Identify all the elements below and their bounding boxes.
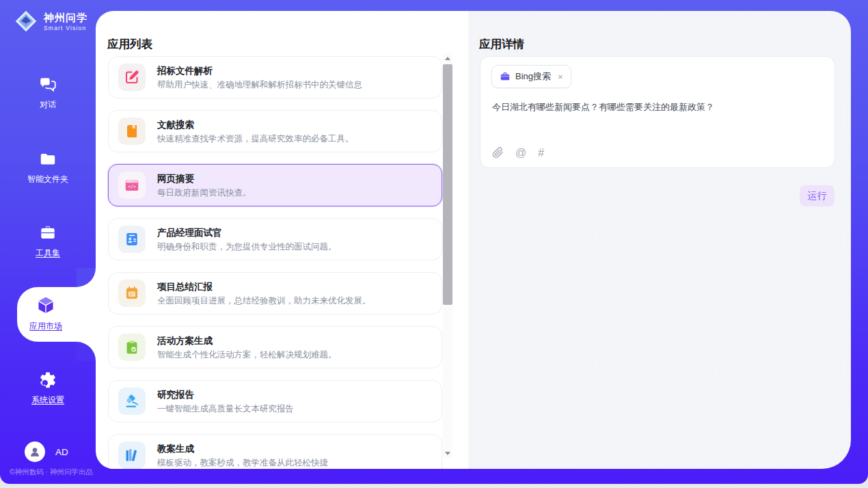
app-card-list: 招标文件解析 帮助用户快速、准确地理解和解析招标书中的关键信息 文献搜索 快速精… — [108, 56, 442, 469]
briefcase-icon — [500, 71, 511, 82]
sidebar-item-settings[interactable]: 系统设置 — [0, 370, 96, 406]
tab-curve-bottom — [77, 342, 96, 361]
sidebar-item-label: 对话 — [0, 99, 96, 111]
sidebar-item-toolset[interactable]: 工具集 — [0, 223, 96, 259]
app-card-project-summary[interactable]: 项目总结汇报 全面回顾项目进展，总结经验教训，助力未来优化发展。 — [108, 272, 442, 314]
copyright-footer: ©神州数码 · 神州问学出品 — [0, 467, 103, 477]
sidebar-item-label: 智能文件夹 — [0, 174, 96, 185]
editor-toolbar: @ # — [492, 147, 544, 159]
app-name: 产品经理面试官 — [157, 227, 337, 239]
app-list-title: 应用列表 — [107, 37, 152, 52]
interview-doc-icon — [118, 226, 146, 253]
sidebar-item-label: 应用市场 — [17, 321, 74, 332]
app-desc: 全面回顾项目进展，总结经验教训，助力未来优化发展。 — [157, 295, 371, 306]
sidebar-item-app-market[interactable]: 应用市场 — [17, 287, 96, 342]
app-card-research-report[interactable]: 研究报告 一键智能生成高质量长文本研究报告 — [108, 380, 442, 422]
app-card-bid-analysis[interactable]: 招标文件解析 帮助用户快速、准确地理解和解析招标书中的关键信息 — [108, 56, 442, 98]
svg-text:</>: </> — [128, 184, 136, 189]
app-desc: 一键智能生成高质量长文本研究报告 — [157, 403, 294, 414]
app-name: 活动方案生成 — [157, 335, 337, 347]
query-text[interactable]: 今日湖北有哪些新闻要点？有哪些需要关注的最新政策？ — [492, 101, 822, 113]
app-card-literature-search[interactable]: 文献搜索 快速精准查找学术资源，提高研究效率的必备工具。 — [108, 110, 442, 152]
folder-icon — [38, 150, 57, 169]
note-icon — [118, 280, 146, 307]
app-card-event-plan[interactable]: 活动方案生成 智能生成个性化活动方案，轻松解决规划难题。 — [108, 326, 442, 368]
brand-logo: 神州问学 Smart Vision — [14, 9, 87, 33]
hash-icon[interactable]: # — [538, 147, 544, 159]
clipboard-check-icon — [118, 334, 146, 361]
toolbox-icon — [38, 223, 57, 243]
close-icon[interactable]: × — [558, 72, 563, 82]
app-card-pm-interviewer[interactable]: 产品经理面试官 明确身份和职责，为您提供专业性的面试问题。 — [108, 218, 442, 260]
app-name: 项目总结汇报 — [157, 281, 371, 293]
app-desc: 每日政府新闻资讯快查。 — [157, 187, 252, 198]
app-desc: 明确身份和职责，为您提供专业性的面试问题。 — [157, 241, 337, 252]
app-window: 神州问学 Smart Vision 对话 智能文件夹 工具集 — [0, 0, 868, 484]
app-card-lesson-plan[interactable]: 教案生成 模板驱动，教案秒成，教学准备从此轻松快捷 — [108, 434, 442, 469]
app-name: 招标文件解析 — [157, 65, 362, 77]
cube-icon — [36, 295, 56, 316]
scrollbar[interactable] — [443, 53, 452, 458]
app-list-panel: 应用列表 招标文件解析 帮助用户快速、准确地理解和解析招标书中的关键信息 — [96, 11, 468, 469]
app-desc: 模板驱动，教案秒成，教学准备从此轻松快捷 — [157, 457, 328, 468]
content-area: 应用列表 招标文件解析 帮助用户快速、准确地理解和解析招标书中的关键信息 — [96, 11, 851, 469]
scrollbar-thumb[interactable] — [443, 64, 452, 305]
paperclip-icon[interactable] — [492, 147, 504, 159]
run-button[interactable]: 运行 — [800, 185, 835, 206]
avatar — [25, 442, 45, 462]
scroll-up-button[interactable] — [443, 53, 452, 63]
chat-icon — [38, 75, 57, 94]
query-editor[interactable]: Bing搜索 × 今日湖北有哪些新闻要点？有哪些需要关注的最新政策？ @ # — [480, 56, 835, 168]
app-name: 网页摘要 — [157, 173, 252, 185]
brand-subtitle: Smart Vision — [44, 25, 87, 31]
books-icon — [118, 442, 146, 469]
book-icon — [118, 118, 146, 145]
tab-curve-top — [77, 268, 96, 287]
brand-name: 神州问学 — [44, 12, 87, 23]
app-name: 研究报告 — [157, 389, 294, 401]
user-icon — [28, 445, 42, 459]
sidebar-item-label: 系统设置 — [0, 394, 96, 406]
triangle-up-icon — [445, 57, 450, 60]
app-desc: 智能生成个性化活动方案，轻松解决规划难题。 — [157, 349, 337, 360]
tool-chip-label: Bing搜索 — [515, 70, 551, 83]
app-desc: 快速精准查找学术资源，提高研究效率的必备工具。 — [157, 133, 354, 144]
app-detail-panel: 应用详情 Bing搜索 × 今日湖北有哪些新闻要点？有哪些需要关注的最新政策？ — [468, 11, 851, 469]
diamond-logo-icon — [14, 9, 38, 33]
user-account[interactable]: AD — [25, 442, 68, 462]
microscope-icon — [118, 388, 146, 415]
sidebar-item-smart-folder[interactable]: 智能文件夹 — [0, 150, 96, 185]
at-mention-icon[interactable]: @ — [515, 147, 526, 159]
app-detail-title: 应用详情 — [479, 37, 524, 52]
scroll-down-button[interactable] — [443, 448, 452, 458]
sidebar-item-label: 工具集 — [0, 247, 96, 259]
app-card-web-summary[interactable]: </> 网页摘要 每日政府新闻资讯快查。 — [108, 164, 442, 206]
sidebar-item-chat[interactable]: 对话 — [0, 75, 96, 111]
tool-chip-bing-search[interactable]: Bing搜索 × — [491, 65, 571, 88]
app-name: 教案生成 — [157, 443, 328, 455]
app-name: 文献搜索 — [157, 119, 354, 131]
app-desc: 帮助用户快速、准确地理解和解析招标书中的关键信息 — [157, 79, 362, 90]
user-name: AD — [55, 447, 68, 457]
triangle-down-icon — [445, 452, 450, 455]
webpage-icon: </> — [118, 172, 146, 199]
edit-doc-icon — [118, 64, 146, 91]
gear-icon — [38, 370, 57, 390]
